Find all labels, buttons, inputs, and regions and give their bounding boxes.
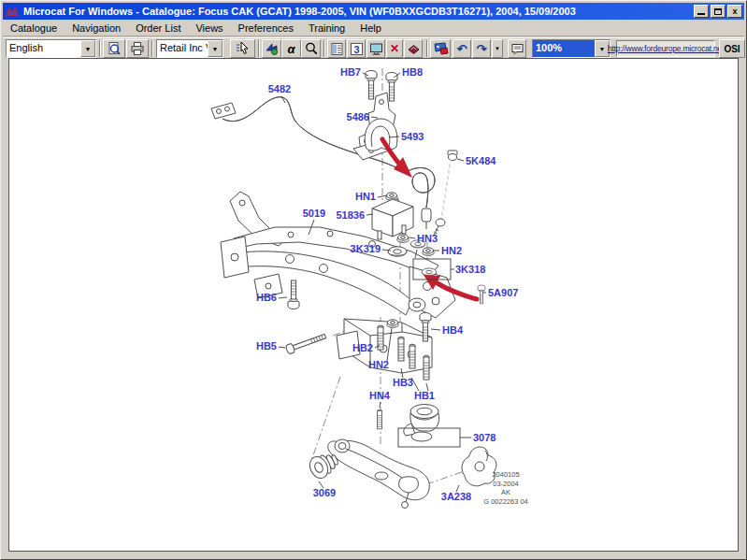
- app-window: Microcat For Windows - Catalogue: Focus …: [0, 0, 747, 560]
- redo-button[interactable]: ↷: [472, 39, 491, 58]
- toolbar-separator: [99, 40, 101, 57]
- minimize-button[interactable]: [694, 5, 709, 18]
- callout-leader-line: [431, 329, 440, 330]
- part-callout-HN2[interactable]: HN2: [441, 245, 462, 256]
- callout-leader-line: [279, 297, 287, 298]
- part-callout-5486[interactable]: 5486: [347, 111, 369, 122]
- zoom-value: 100%: [533, 40, 595, 57]
- part-callout-3K319[interactable]: 3K319: [351, 243, 381, 254]
- print-icon: [130, 41, 145, 56]
- diagram-panel: 5482HB7HB8548654935K484HN1501951836HN33K…: [8, 58, 739, 552]
- close-icon: x: [732, 7, 737, 16]
- part-callout-HB5[interactable]: HB5: [256, 340, 277, 352]
- chevron-down-icon[interactable]: ▼: [80, 40, 95, 57]
- part-callout-HB2[interactable]: HB2: [352, 342, 373, 353]
- print-preview-icon: [107, 41, 122, 56]
- diagram-svg: 5482HB7HB8548654935K484HN1501951836HN33K…: [9, 59, 740, 553]
- part-callout-HB8[interactable]: HB8: [402, 66, 423, 78]
- print-preview-button[interactable]: [103, 39, 125, 58]
- language-combobox[interactable]: English ▼: [6, 39, 96, 58]
- alpha-index-button[interactable]: α: [281, 39, 301, 58]
- title-bar: Microcat For Windows - Catalogue: Focus …: [3, 3, 744, 20]
- window-title: Microcat For Windows - Catalogue: Focus …: [23, 6, 576, 17]
- pointer-select-icon: [235, 41, 251, 56]
- part-callout-3K318[interactable]: 3K318: [455, 264, 485, 275]
- part-callout-3078[interactable]: 3078: [473, 432, 496, 443]
- redo-dropdown-button[interactable]: ▼: [492, 39, 503, 58]
- menu-views[interactable]: Views: [188, 21, 230, 36]
- toolbar-separator: [258, 40, 260, 57]
- plate-text-line: 2040105: [492, 470, 519, 479]
- part-callout-HB7[interactable]: HB7: [340, 66, 361, 78]
- plate-text-line: AK: [501, 488, 510, 496]
- undo-icon: ↶: [457, 43, 467, 55]
- toolbar: English ▼ Retail Inc Vat ▼: [3, 37, 744, 58]
- part-callout-5019[interactable]: 5019: [303, 208, 325, 219]
- parts-navigate-button[interactable]: [262, 39, 281, 58]
- plate-text-line: G 0022263 04: [483, 497, 528, 506]
- price-info-button[interactable]: 3: [347, 39, 366, 58]
- window-controls: x: [694, 5, 744, 18]
- search-button[interactable]: [301, 39, 321, 58]
- part-callout-HN1[interactable]: HN1: [355, 191, 376, 202]
- part-callout-HB1[interactable]: HB1: [414, 390, 435, 401]
- menu-preferences[interactable]: Preferences: [231, 21, 301, 36]
- callout-leader-line: [279, 347, 285, 348]
- navigate-arrow-icon: [265, 41, 280, 56]
- part-callout-HN2[interactable]: HN2: [368, 359, 389, 370]
- fordeurope-link[interactable]: http://www.fordeurope.microcat.net: [608, 44, 725, 53]
- graphics-button[interactable]: [430, 39, 451, 58]
- toolbar-separator: [151, 40, 153, 57]
- menu-training[interactable]: Training: [301, 21, 352, 36]
- minimize-icon: [697, 12, 705, 15]
- toolbar-separator: [323, 40, 325, 57]
- chevron-down-icon[interactable]: ▼: [208, 40, 223, 57]
- parts-list-icon: [330, 42, 344, 56]
- pointer-select-button[interactable]: [230, 39, 255, 58]
- chevron-down-icon: ▼: [495, 46, 500, 51]
- part-callout-HN3[interactable]: HN3: [417, 233, 438, 244]
- part-callout-5482[interactable]: 5482: [268, 83, 291, 94]
- part-callout-51836[interactable]: 51836: [336, 209, 365, 221]
- delete-button[interactable]: ✕: [386, 39, 403, 58]
- notebook-button[interactable]: [404, 39, 423, 58]
- book-icon: [407, 42, 421, 56]
- print-button[interactable]: [126, 39, 149, 58]
- callout-leader-line: [409, 237, 415, 238]
- part-callout-3A238[interactable]: 3A238: [441, 491, 471, 502]
- price-mode-value: Retail Inc Vat: [157, 40, 208, 57]
- search-icon: [304, 41, 319, 56]
- close-button[interactable]: x: [727, 5, 742, 18]
- feedback-note-button[interactable]: [508, 39, 526, 58]
- part-callout-5K484[interactable]: 5K484: [466, 155, 496, 166]
- svg-text:3: 3: [353, 43, 359, 54]
- note-icon: [510, 42, 524, 56]
- price-mode-combobox[interactable]: Retail Inc Vat ▼: [156, 39, 223, 58]
- parts-list-button[interactable]: [327, 39, 346, 58]
- part-callout-5A907[interactable]: 5A907: [488, 287, 518, 298]
- part-callout-HN4[interactable]: HN4: [369, 390, 391, 401]
- menu-navigation[interactable]: Navigation: [65, 21, 128, 36]
- part-callout-5493[interactable]: 5493: [401, 131, 424, 142]
- menu-catalogue[interactable]: Catalogue: [3, 21, 65, 36]
- graphics-icon: [433, 41, 449, 56]
- screen-view-button[interactable]: [366, 39, 385, 58]
- maximize-button[interactable]: [711, 5, 725, 18]
- part-callout-3069[interactable]: 3069: [313, 487, 336, 498]
- menu-help[interactable]: Help: [352, 21, 389, 36]
- delete-x-icon: ✕: [390, 42, 399, 55]
- part-callout-HB6[interactable]: HB6: [256, 292, 277, 303]
- language-value: English: [7, 40, 80, 57]
- part-callout-HB4[interactable]: HB4: [442, 324, 464, 336]
- undo-button[interactable]: ↶: [453, 39, 471, 58]
- part-callout-HB3[interactable]: HB3: [393, 377, 413, 388]
- alpha-icon: α: [287, 42, 294, 56]
- toolbar-separator: [426, 40, 428, 57]
- callout-leader-line: [457, 159, 464, 161]
- zoom-combobox[interactable]: 100% ▼: [532, 39, 611, 58]
- menu-bar: Catalogue Navigation Order List Views Pr…: [3, 20, 744, 36]
- menu-order-list[interactable]: Order List: [128, 21, 188, 36]
- url-field: http://www.fordeurope.microcat.net: [616, 40, 715, 57]
- app-logo-icon: [5, 5, 20, 18]
- osi-button[interactable]: OSI: [719, 39, 745, 58]
